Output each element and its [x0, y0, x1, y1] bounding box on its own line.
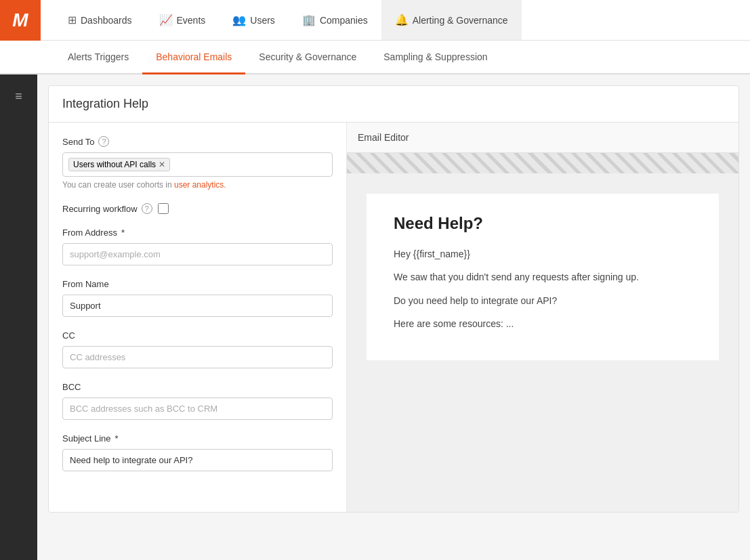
- email-card: Need Help? Hey {{first_name}} We saw tha…: [367, 194, 719, 360]
- bcc-group: BCC: [62, 382, 333, 420]
- send-to-tag: Users without API calls ✕: [68, 158, 170, 171]
- send-to-input[interactable]: Users without API calls ✕: [62, 152, 333, 177]
- alerting-icon: 🔔: [395, 14, 409, 26]
- email-editor-section: Email Editor Need Help? Hey {{first_name…: [347, 123, 738, 512]
- nav-dashboards[interactable]: ⊞ Dashboards: [54, 0, 146, 40]
- panel-body: Send To ? Users without API calls ✕ You …: [49, 123, 738, 512]
- companies-icon: 🏢: [302, 14, 316, 26]
- sidebar: ≡: [0, 74, 37, 560]
- top-navigation: M ⊞ Dashboards 📈 Events 👥 Users 🏢 Compan…: [0, 0, 750, 41]
- tab-alerts-triggers[interactable]: Alerts Triggers: [54, 41, 142, 74]
- from-name-group: From Name: [62, 279, 333, 317]
- recurring-workflow-row: Recurring workflow ?: [62, 203, 333, 214]
- from-address-input[interactable]: [62, 243, 333, 265]
- nav-alerting-label: Alerting & Governance: [413, 15, 508, 26]
- from-address-group: From Address *: [62, 228, 333, 265]
- recurring-workflow-label: Recurring workflow ?: [62, 203, 152, 214]
- nav-alerting-governance[interactable]: 🔔 Alerting & Governance: [381, 0, 522, 40]
- send-to-label: Send To ?: [62, 136, 333, 147]
- cohort-link[interactable]: user analytics.: [174, 180, 226, 190]
- tab-security-governance[interactable]: Security & Governance: [245, 41, 370, 74]
- main-layout: ≡ Integration Help Send To ? Use: [0, 74, 750, 560]
- events-icon: 📈: [159, 14, 173, 26]
- from-name-label: From Name: [62, 279, 333, 289]
- cc-label: CC: [62, 330, 333, 341]
- tag-close-button[interactable]: ✕: [159, 160, 165, 169]
- tab-sampling-suppression[interactable]: Sampling & Suppression: [370, 41, 501, 74]
- bcc-label: BCC: [62, 382, 333, 392]
- dashboards-icon: ⊞: [68, 14, 77, 26]
- logo-letter: M: [12, 9, 28, 31]
- subject-line-group: Subject Line *: [62, 433, 333, 471]
- nav-dashboards-label: Dashboards: [81, 15, 132, 26]
- nav-events[interactable]: 📈 Events: [146, 0, 220, 40]
- send-to-help-icon[interactable]: ?: [98, 136, 109, 147]
- email-editor-label: Email Editor: [347, 123, 738, 153]
- content-area: Integration Help Send To ? Users without…: [37, 74, 750, 560]
- nav-companies-label: Companies: [320, 15, 368, 26]
- email-line4: Here are some resources: ...: [394, 316, 692, 331]
- email-preview: Need Help? Hey {{first_name}} We saw tha…: [347, 173, 738, 512]
- hatch-pattern: [347, 153, 738, 173]
- users-icon: 👥: [232, 14, 246, 26]
- nav-users[interactable]: 👥 Users: [219, 0, 289, 40]
- form-section: Send To ? Users without API calls ✕ You …: [49, 123, 347, 512]
- nav-events-label: Events: [177, 15, 206, 26]
- nav-users-label: Users: [250, 15, 275, 26]
- logo[interactable]: M: [0, 0, 41, 41]
- nav-companies[interactable]: 🏢 Companies: [289, 0, 381, 40]
- tab-behavioral-emails[interactable]: Behavioral Emails: [142, 41, 245, 74]
- email-line2: We saw that you didn't send any requests…: [394, 270, 692, 284]
- subject-line-input[interactable]: [62, 449, 333, 471]
- email-title: Need Help?: [394, 214, 692, 233]
- email-line1: Hey {{first_name}}: [394, 246, 692, 261]
- from-address-label: From Address *: [62, 228, 333, 238]
- cc-group: CC: [62, 330, 333, 368]
- bcc-input[interactable]: [62, 397, 333, 420]
- recurring-workflow-checkbox[interactable]: [158, 203, 169, 214]
- sub-navigation: Alerts Triggers Behavioral Emails Securi…: [0, 41, 750, 74]
- send-to-group: Send To ? Users without API calls ✕ You …: [62, 136, 333, 190]
- email-line3: Do you need help to integrate our API?: [394, 293, 692, 308]
- panel-title: Integration Help: [49, 86, 738, 123]
- integration-help-panel: Integration Help Send To ? Users without…: [48, 85, 739, 513]
- sidebar-menu-icon[interactable]: ≡: [0, 83, 37, 110]
- cc-input[interactable]: [62, 346, 333, 368]
- nav-items: ⊞ Dashboards 📈 Events 👥 Users 🏢 Companie…: [41, 0, 750, 40]
- subject-line-label: Subject Line *: [62, 433, 333, 444]
- from-name-input[interactable]: [62, 295, 333, 317]
- recurring-help-icon[interactable]: ?: [142, 203, 152, 214]
- cohort-note: You can create user cohorts in user anal…: [62, 180, 333, 190]
